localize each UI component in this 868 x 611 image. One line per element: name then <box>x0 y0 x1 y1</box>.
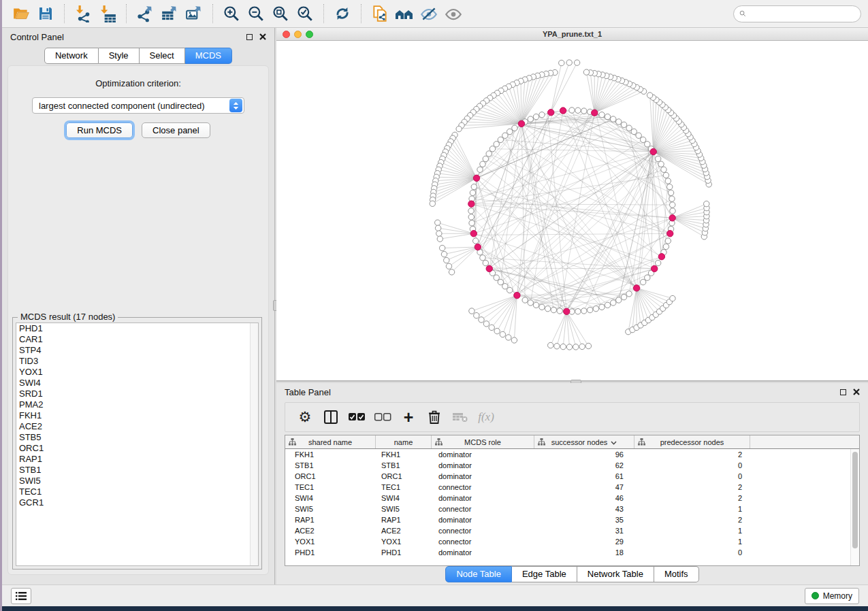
table-cell[interactable]: 1 <box>634 538 750 546</box>
close-panel-icon[interactable] <box>853 389 860 395</box>
window-minimize-icon[interactable] <box>294 31 302 38</box>
table-cell[interactable]: STB1 <box>285 461 376 469</box>
column-header-successor-nodes[interactable]: successor nodes <box>534 435 634 448</box>
zoom-fit-button[interactable] <box>268 3 293 24</box>
table-cell[interactable]: 1 <box>634 527 750 535</box>
table-cell[interactable]: PHD1 <box>376 548 432 557</box>
table-cell[interactable]: 61 <box>534 472 634 480</box>
tab-mcds[interactable]: MCDS <box>185 48 232 64</box>
table-cell[interactable]: 0 <box>634 472 750 480</box>
tab-select[interactable]: Select <box>140 48 185 64</box>
show-all-button[interactable] <box>441 3 466 24</box>
table-scrollbar-thumb[interactable] <box>852 452 858 548</box>
table-cell[interactable]: 29 <box>534 538 634 546</box>
table-cell[interactable]: TEC1 <box>285 483 376 491</box>
hide-selected-button[interactable] <box>417 3 441 24</box>
zoom-in-button[interactable] <box>219 3 244 24</box>
table-cell[interactable]: 96 <box>534 450 634 459</box>
mcds-result-item[interactable]: YOX1 <box>16 367 258 378</box>
table-cell[interactable]: dominator <box>432 472 534 480</box>
table-scrollbar[interactable] <box>850 449 859 565</box>
export-network-button[interactable] <box>133 3 157 24</box>
window-close-icon[interactable] <box>283 31 290 38</box>
table-row[interactable]: SWI4SWI4dominator462 <box>285 493 859 503</box>
close-panel-icon[interactable] <box>259 33 266 40</box>
table-cell[interactable]: 46 <box>534 494 634 502</box>
column-header-predecessor-nodes[interactable]: predecessor nodes <box>634 435 750 448</box>
table-cell[interactable]: TEC1 <box>376 483 432 491</box>
table-row[interactable]: PHD1PHD1dominator180 <box>285 547 859 558</box>
table-cell[interactable]: ORC1 <box>376 472 432 480</box>
table-row[interactable]: FKH1FKH1dominator962 <box>285 449 859 460</box>
apply-layout-button[interactable] <box>330 3 355 24</box>
import-network-button[interactable] <box>71 3 95 24</box>
mcds-result-item[interactable]: SRD1 <box>16 389 258 399</box>
import-table-button[interactable] <box>95 3 120 24</box>
table-cell[interactable]: YOX1 <box>376 538 432 546</box>
table-row[interactable]: YOX1YOX1connector291 <box>285 536 859 547</box>
task-history-button[interactable] <box>11 588 31 604</box>
column-header-name[interactable]: name <box>376 435 432 448</box>
table-cell[interactable]: ACE2 <box>285 527 376 535</box>
table-row[interactable]: TEC1TEC1connector472 <box>285 482 859 493</box>
export-image-button[interactable] <box>182 3 206 24</box>
column-header-MCDS-role[interactable]: MCDS role <box>432 435 534 448</box>
table-cell[interactable]: ACE2 <box>376 527 432 535</box>
mcds-result-item[interactable]: STB1 <box>16 465 258 476</box>
mcds-result-item[interactable]: CAR1 <box>16 334 258 345</box>
table-cell[interactable]: YOX1 <box>285 538 376 546</box>
table-cell[interactable]: SWI5 <box>285 505 376 513</box>
run-mcds-button[interactable]: Run MCDS <box>66 122 133 138</box>
table-cell[interactable]: dominator <box>432 494 534 502</box>
mcds-result-item[interactable]: ORC1 <box>16 443 258 454</box>
table-row[interactable]: ORC1ORC1dominator610 <box>285 471 859 482</box>
table-row[interactable]: SWI5SWI5connector431 <box>285 503 859 514</box>
network-window-titlebar[interactable]: YPA_prune.txt_1 <box>276 28 868 41</box>
table-cell[interactable]: connector <box>432 538 534 546</box>
deselect-all-button[interactable] <box>370 406 396 429</box>
table-cell[interactable]: 2 <box>634 494 750 502</box>
table-row[interactable]: RAP1RAP1dominator352 <box>285 514 859 525</box>
first-neighbors-button[interactable] <box>392 3 417 24</box>
mcds-result-list[interactable]: PHD1CAR1STP4TID3YOX1SWI4SRD1PMA2FKH1ACE2… <box>16 323 259 566</box>
mcds-result-item[interactable]: ACE2 <box>16 421 258 432</box>
float-panel-icon[interactable] <box>840 389 846 395</box>
optimization-criterion-select[interactable]: largest connected component (undirected) <box>32 97 244 114</box>
mcds-result-item[interactable]: FKH1 <box>16 410 258 421</box>
table-cell[interactable]: FKH1 <box>285 450 376 459</box>
table-cell[interactable]: SWI4 <box>285 494 376 502</box>
tab-node-table[interactable]: Node Table <box>445 566 512 582</box>
table-cell[interactable]: SWI4 <box>376 494 432 502</box>
mcds-result-item[interactable]: TEC1 <box>16 486 258 497</box>
network-canvas[interactable] <box>276 41 868 380</box>
table-cell[interactable]: connector <box>432 527 534 535</box>
table-cell[interactable]: 1 <box>634 505 750 513</box>
table-row[interactable]: STB1STB1dominator620 <box>285 460 859 471</box>
select-all-button[interactable] <box>344 406 370 429</box>
table-cell[interactable]: PHD1 <box>285 548 376 557</box>
close-panel-button[interactable]: Close panel <box>142 122 210 138</box>
table-cell[interactable]: dominator <box>432 461 534 469</box>
mcds-result-item[interactable]: PMA2 <box>16 399 258 410</box>
table-cell[interactable]: 2 <box>634 450 750 459</box>
list-scrollbar[interactable] <box>250 323 258 565</box>
table-cell[interactable]: ORC1 <box>285 472 376 480</box>
mcds-result-item[interactable]: SWI4 <box>16 378 258 389</box>
table-cell[interactable]: 2 <box>634 516 750 524</box>
table-cell[interactable]: SWI5 <box>376 505 432 513</box>
zoom-out-button[interactable] <box>244 3 268 24</box>
table-cell[interactable]: 2 <box>634 483 750 491</box>
function-builder-button[interactable]: f(x) <box>473 406 499 429</box>
table-cell[interactable]: FKH1 <box>376 450 432 459</box>
mcds-result-item[interactable]: GCR1 <box>16 497 258 508</box>
table-cell[interactable]: 62 <box>534 461 634 469</box>
table-cell[interactable]: dominator <box>432 450 534 459</box>
table-cell[interactable]: 43 <box>534 505 634 513</box>
tab-edge-table[interactable]: Edge Table <box>512 566 577 582</box>
table-cell[interactable]: 31 <box>534 527 634 535</box>
table-cell[interactable]: 0 <box>634 548 750 557</box>
mcds-result-item[interactable]: STB5 <box>16 432 258 443</box>
table-cell[interactable]: STB1 <box>376 461 432 469</box>
mcds-result-item[interactable]: STP4 <box>16 345 258 356</box>
tab-style[interactable]: Style <box>99 48 140 64</box>
